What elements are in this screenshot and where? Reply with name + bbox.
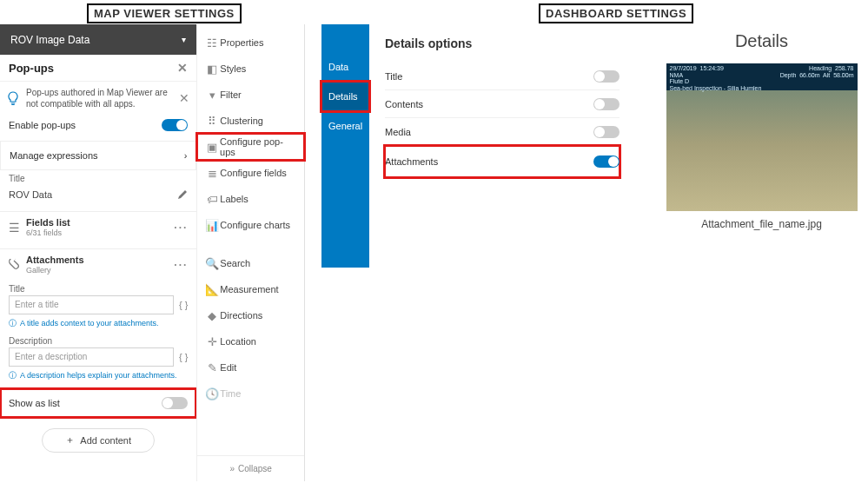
show-as-list-toggle[interactable]: [162, 397, 188, 409]
sliders-icon: ☷: [204, 36, 220, 50]
attachment-caption: Attachment_file_name.jpg: [662, 218, 861, 230]
info-icon: ⓘ: [9, 318, 17, 329]
enable-popups-label: Enable pop-ups: [9, 120, 76, 130]
search-icon: 🔍: [204, 257, 220, 270]
attachment-title-hint: ⓘ A title adds context to your attachmen…: [0, 316, 196, 333]
panel-heading-row: Pop-ups ✕: [0, 55, 196, 81]
location-icon: ✛: [204, 335, 220, 348]
banner-text: Pop-ups authored in Map Viewer are not c…: [26, 87, 179, 109]
paperclip-icon: [9, 259, 26, 271]
labels-icon: 🏷: [204, 193, 220, 206]
action-time: 🕓Time: [197, 380, 304, 407]
attachment-thumbnail[interactable]: 29/7/2019 15:24:39 NMA Flute D Sea-bed I…: [666, 63, 858, 211]
show-as-list-row: Show as list: [0, 388, 196, 418]
more-icon[interactable]: ···: [174, 222, 188, 234]
option-attachments-toggle[interactable]: [593, 155, 620, 168]
close-icon[interactable]: ✕: [179, 91, 189, 105]
pencil-icon[interactable]: [177, 189, 188, 200]
fields-list-icon: ☰: [9, 221, 26, 235]
action-properties[interactable]: ☷Properties: [197, 30, 304, 56]
add-content-label: Add content: [80, 435, 131, 446]
option-contents-toggle[interactable]: [593, 98, 620, 110]
layer-name: ROV Image Data: [10, 34, 89, 46]
action-directions[interactable]: ◆Directions: [197, 302, 304, 328]
dashboard-options: Details options Title Contents Media Att…: [369, 24, 655, 268]
clock-icon: 🕓: [204, 387, 220, 400]
enable-popups-row: Enable pop-ups: [0, 115, 196, 136]
section-header-left: MAP VIEWER SETTINGS: [87, 3, 242, 23]
attachment-desc-hint: ⓘ A description helps explain your attac…: [0, 368, 196, 385]
action-labels[interactable]: 🏷Labels: [197, 186, 304, 212]
title-section-label: Title: [0, 170, 196, 183]
attachments-card-sub: Gallery: [26, 266, 174, 275]
details-heading: Details: [662, 31, 861, 51]
popup-title-value: ROV Data: [9, 189, 52, 200]
action-styles[interactable]: ◧Styles: [197, 56, 304, 82]
option-title-toggle[interactable]: [593, 70, 620, 83]
option-media: Media: [385, 118, 620, 146]
directions-icon: ◆: [204, 309, 220, 322]
fields-list-name: Fields list: [26, 217, 174, 228]
chevron-right-icon: ›: [184, 150, 188, 161]
add-content-button[interactable]: ＋ Add content: [42, 428, 155, 453]
chevron-down-icon: ▾: [182, 35, 186, 44]
plus-icon: ＋: [65, 433, 75, 447]
tab-general[interactable]: General: [321, 111, 369, 141]
styles-icon: ◧: [204, 63, 220, 76]
action-location[interactable]: ✛Location: [197, 328, 304, 354]
dashboard-panel: Data Details General Details options Tit…: [321, 24, 868, 268]
attachment-desc-label: Description: [0, 333, 196, 346]
attachments-card[interactable]: Attachments Gallery ···: [0, 248, 196, 281]
action-measurement[interactable]: 📐Measurement: [197, 276, 304, 302]
action-clustering[interactable]: ⠿Clustering: [197, 108, 304, 134]
attachment-title-label: Title: [0, 281, 196, 294]
info-icon: ⓘ: [9, 370, 17, 381]
attachments-card-name: Attachments: [26, 255, 174, 266]
option-media-toggle[interactable]: [593, 126, 620, 138]
popup-icon: ▣: [204, 141, 220, 154]
attachment-title-input[interactable]: Enter a title: [9, 295, 174, 314]
collapse-button[interactable]: » Collapse: [197, 455, 304, 481]
enable-popups-toggle[interactable]: [162, 119, 188, 131]
show-as-list-label: Show as list: [9, 398, 60, 408]
expression-icon[interactable]: { }: [179, 352, 188, 362]
option-attachments: Attachments: [385, 146, 620, 177]
tab-data[interactable]: Data: [321, 52, 369, 82]
option-title: Title: [385, 63, 620, 90]
option-contents: Contents: [385, 90, 620, 118]
details-preview-pane: Details 29/7/2019 15:24:39 NMA Flute D S…: [655, 24, 868, 268]
measurement-icon: 📐: [204, 283, 220, 296]
overlay-top: 29/7/2019 15:24:39 NMA Flute D Sea-bed I…: [670, 65, 854, 92]
action-configure-fields[interactable]: ≣Configure fields: [197, 160, 304, 186]
chevron-right-icon: »: [229, 464, 235, 473]
manage-expressions-row[interactable]: Manage expressions ›: [0, 141, 196, 170]
fields-list-sub: 6/31 fields: [26, 228, 174, 238]
action-filter[interactable]: ▾Filter: [197, 82, 304, 108]
action-edit[interactable]: ✎Edit: [197, 354, 304, 380]
fields-list-card[interactable]: ☰ Fields list 6/31 fields ···: [0, 211, 196, 243]
dashboard-tabs: Data Details General: [321, 24, 369, 268]
lightbulb-icon: [7, 91, 19, 105]
close-icon[interactable]: ✕: [177, 61, 188, 75]
layer-actions-column: ☷Properties ◧Styles ▾Filter ⠿Clustering …: [196, 24, 304, 481]
popup-title-row[interactable]: ROV Data: [0, 183, 196, 206]
compatibility-banner: Pop-ups authored in Map Viewer are not c…: [0, 81, 196, 115]
tab-details[interactable]: Details: [321, 82, 369, 111]
action-search[interactable]: 🔍Search: [197, 250, 304, 276]
manage-expressions-label: Manage expressions: [10, 150, 98, 161]
section-header-right: DASHBOARD SETTINGS: [539, 3, 693, 23]
details-options-heading: Details options: [385, 36, 655, 50]
expression-icon[interactable]: { }: [179, 300, 188, 310]
more-icon[interactable]: ···: [174, 259, 188, 271]
popups-config-column: ROV Image Data ▾ Pop-ups ✕ Pop-ups autho…: [0, 24, 196, 481]
filter-icon: ▾: [204, 89, 220, 102]
attachment-desc-input[interactable]: Enter a description: [9, 347, 174, 367]
action-configure-charts[interactable]: 📊Configure charts: [197, 212, 304, 238]
layer-dropdown[interactable]: ROV Image Data ▾: [0, 24, 196, 55]
map-viewer-panel: ROV Image Data ▾ Pop-ups ✕ Pop-ups autho…: [0, 24, 305, 481]
action-configure-popups[interactable]: ▣Configure pop-ups: [197, 134, 304, 160]
panel-title: Pop-ups: [9, 62, 54, 75]
edit-icon: ✎: [204, 361, 220, 374]
charts-icon: 📊: [204, 219, 220, 232]
fields-icon: ≣: [204, 167, 220, 180]
